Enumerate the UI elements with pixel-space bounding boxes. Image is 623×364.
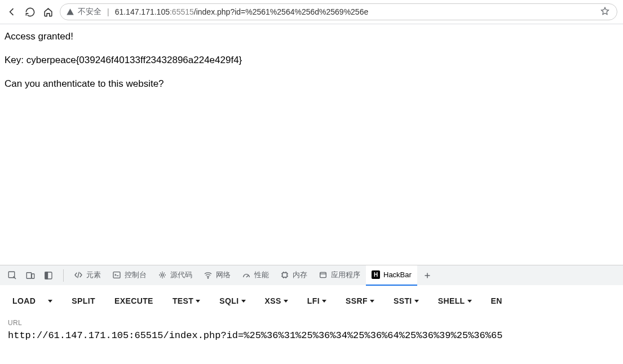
devtools-panel: 元素 控制台 源代码 网络 性能 内存 应用程序 H HackBar xyxy=(0,265,623,364)
chevron-down-icon xyxy=(414,300,419,303)
tab-performance-label: 性能 xyxy=(254,270,269,280)
tabbar-separator xyxy=(63,269,64,282)
encode-dropdown-label: EN xyxy=(491,296,502,305)
tab-hackbar-label: HackBar xyxy=(383,270,412,279)
address-url: 61.147.171.105:65515/index.php?id=%2561%… xyxy=(115,7,594,16)
xss-dropdown-label: XSS xyxy=(265,296,281,305)
chevron-down-icon xyxy=(48,300,52,303)
page-line-question: Can you anthenticate to this website? xyxy=(5,78,618,90)
svg-rect-9 xyxy=(320,272,326,277)
ssrf-dropdown-label: SSRF xyxy=(346,296,368,305)
shell-dropdown[interactable]: SHELL xyxy=(431,292,479,310)
hackbar-buttons-row: LOAD SPLIT EXECUTE TEST SQLI XSS LFI SSR… xyxy=(0,285,623,317)
reload-button[interactable] xyxy=(24,6,36,18)
xss-dropdown[interactable]: XSS xyxy=(258,292,295,310)
chevron-down-icon xyxy=(196,300,200,303)
ssrf-dropdown[interactable]: SSRF xyxy=(339,292,381,310)
tab-sources[interactable]: 源代码 xyxy=(152,265,198,286)
back-button[interactable] xyxy=(6,6,18,18)
device-toggle-icon[interactable] xyxy=(23,268,38,283)
tab-performance[interactable]: 性能 xyxy=(236,265,275,286)
insecure-indicator: 不安全 xyxy=(66,7,101,17)
svg-rect-4 xyxy=(45,272,48,279)
shell-dropdown-label: SHELL xyxy=(438,296,465,305)
hackbar-url-label: URL xyxy=(8,319,615,327)
svg-rect-8 xyxy=(282,273,287,277)
chevron-down-icon xyxy=(241,300,246,303)
load-button-label: LOAD xyxy=(12,296,36,305)
chevron-down-icon xyxy=(370,300,374,303)
tab-application-label: 应用程序 xyxy=(331,270,360,280)
sqli-dropdown[interactable]: SQLI xyxy=(213,292,252,310)
sqli-dropdown-label: SQLI xyxy=(219,296,238,305)
chevron-down-icon xyxy=(322,300,326,303)
page-line-access: Access granted! xyxy=(5,31,618,42)
split-button[interactable]: SPLIT xyxy=(65,292,102,310)
split-button-label: SPLIT xyxy=(72,296,95,305)
tab-console[interactable]: 控制台 xyxy=(107,265,152,286)
test-dropdown-label: TEST xyxy=(173,296,193,305)
svg-rect-5 xyxy=(113,272,120,278)
panel-layout-icon[interactable] xyxy=(41,268,56,283)
tab-application[interactable]: 应用程序 xyxy=(313,265,366,286)
inspect-element-icon[interactable] xyxy=(5,268,20,283)
chevron-down-icon xyxy=(467,300,472,303)
page-line-key: Key: cyberpeace{039246f40133ff23432896a2… xyxy=(5,55,618,66)
tab-memory[interactable]: 内存 xyxy=(275,265,313,286)
tab-elements-label: 元素 xyxy=(86,270,101,280)
tab-network[interactable]: 网络 xyxy=(198,265,236,286)
address-separator: | xyxy=(107,7,109,16)
tab-sources-label: 源代码 xyxy=(170,270,192,280)
ssti-dropdown[interactable]: SSTI xyxy=(387,292,426,310)
tab-hackbar[interactable]: H HackBar xyxy=(366,265,417,286)
tab-network-label: 网络 xyxy=(216,270,231,280)
browser-top-bar: 不安全 | 61.147.171.105:65515/index.php?id=… xyxy=(0,0,623,24)
chevron-down-icon xyxy=(284,300,288,303)
execute-button-label: EXECUTE xyxy=(114,296,153,305)
execute-button[interactable]: EXECUTE xyxy=(108,292,160,310)
hackbar-url-input[interactable]: http://61.147.171.105:65515/index.php?id… xyxy=(8,330,615,341)
load-button[interactable]: LOAD xyxy=(6,292,42,310)
test-dropdown[interactable]: TEST xyxy=(166,292,207,310)
lfi-dropdown[interactable]: LFI xyxy=(301,292,333,310)
insecure-label: 不安全 xyxy=(78,7,101,17)
svg-point-7 xyxy=(207,277,208,278)
svg-rect-1 xyxy=(26,272,31,278)
hackbar-icon: H xyxy=(372,270,380,279)
tab-memory-label: 内存 xyxy=(293,270,307,280)
home-button[interactable] xyxy=(42,6,54,18)
ssti-dropdown-label: SSTI xyxy=(394,296,412,305)
lfi-dropdown-label: LFI xyxy=(307,296,320,305)
tab-elements[interactable]: 元素 xyxy=(68,265,107,286)
bookmark-star-icon[interactable] xyxy=(600,6,610,18)
encode-dropdown[interactable]: EN xyxy=(484,292,509,310)
svg-rect-2 xyxy=(32,274,34,278)
load-dropdown[interactable] xyxy=(48,295,59,307)
tab-console-label: 控制台 xyxy=(125,270,147,280)
more-tabs-button[interactable] xyxy=(419,268,435,283)
address-bar[interactable]: 不安全 | 61.147.171.105:65515/index.php?id=… xyxy=(60,3,617,20)
devtools-tabbar: 元素 控制台 源代码 网络 性能 内存 应用程序 H HackBar xyxy=(0,265,623,285)
page-viewport: Access granted! Key: cyberpeace{039246f4… xyxy=(0,24,623,264)
hackbar-url-block: URL http://61.147.171.105:65515/index.ph… xyxy=(0,317,623,348)
svg-point-6 xyxy=(161,274,164,276)
